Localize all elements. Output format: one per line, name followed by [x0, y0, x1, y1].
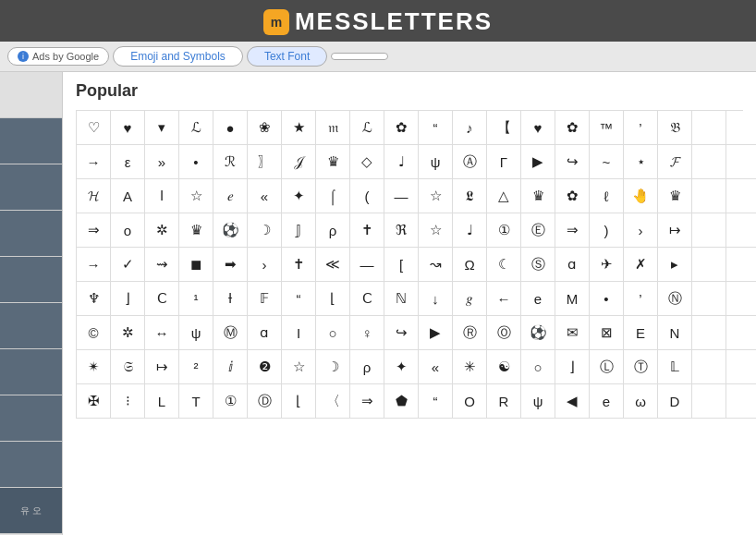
tab-emoji-symbols[interactable]: Emoji and Symbols [113, 46, 243, 67]
symbol-cell[interactable]: ℜ [384, 213, 419, 248]
symbol-cell[interactable]: Ⓛ [590, 350, 624, 384]
symbol-cell[interactable]: • [179, 145, 213, 179]
symbol-cell[interactable]: ✴ [77, 350, 111, 384]
symbol-cell[interactable]: Ⓡ [453, 316, 487, 350]
symbol-cell[interactable]: ⌋ [111, 282, 145, 316]
symbol-cell[interactable]: ✝ [282, 248, 316, 282]
symbol-cell[interactable]: ⌋ [555, 350, 590, 384]
symbol-cell[interactable]: 𝔖 [111, 350, 145, 384]
symbol-cell[interactable]: ✿ [555, 111, 590, 145]
symbol-cell[interactable]: ~ [590, 145, 624, 179]
symbol-cell[interactable]: ε [111, 145, 145, 179]
symbol-cell[interactable]: ℛ [213, 145, 248, 179]
symbol-cell[interactable]: ❷ [248, 350, 282, 384]
symbol-cell[interactable]: ⚽ [521, 316, 555, 350]
symbol-cell[interactable]: ⊠ [590, 316, 624, 350]
symbol-cell[interactable]: © [77, 316, 111, 350]
symbol-cell[interactable]: ♪ [453, 111, 487, 145]
symbol-cell[interactable]: ① [213, 384, 248, 419]
symbol-cell[interactable]: ℓ [590, 179, 624, 213]
symbol-cell[interactable]: ’ [624, 282, 658, 316]
symbol-cell[interactable]: ψ [419, 145, 453, 179]
symbol-cell[interactable]: N [658, 316, 692, 350]
symbol-cell[interactable]: “ [419, 384, 453, 419]
sidebar-item-7[interactable] [0, 349, 62, 395]
symbol-cell[interactable]: e [590, 384, 624, 419]
symbol-cell[interactable]: ☽ [248, 213, 282, 248]
symbol-cell[interactable]: Ⓔ [521, 213, 555, 248]
symbol-cell[interactable]: Ⓢ [521, 248, 555, 282]
symbol-cell[interactable]: ) [590, 213, 624, 248]
symbol-cell[interactable]: ↓ [419, 282, 453, 316]
symbol-cell[interactable]: I [282, 316, 316, 350]
symbol-cell[interactable]: ⌠ [316, 179, 350, 213]
symbol-cell[interactable]: 【 [487, 111, 521, 145]
symbol-cell[interactable]: ➡ [213, 248, 248, 282]
symbol-cell[interactable]: — [350, 248, 384, 282]
symbol-cell[interactable]: • [590, 282, 624, 316]
symbol-cell[interactable]: 𝕁 [282, 213, 316, 248]
symbol-cell[interactable]: ⋆ [624, 145, 658, 179]
symbol-cell[interactable]: Ⓝ [658, 282, 692, 316]
symbol-cell[interactable]: ✦ [282, 179, 316, 213]
symbol-cell[interactable]: ℕ [384, 282, 419, 316]
tab-blank[interactable] [331, 53, 388, 60]
symbol-cell[interactable]: ɑ [248, 316, 282, 350]
symbol-cell[interactable]: ↪ [384, 316, 419, 350]
symbol-cell[interactable]: ✠ [77, 384, 111, 419]
symbol-cell[interactable]: ⇒ [555, 213, 590, 248]
symbol-cell[interactable]: ♥ [111, 111, 145, 145]
tab-text-font[interactable]: Text Font [247, 46, 327, 67]
symbol-cell[interactable]: ɑ [555, 248, 590, 282]
symbol-cell[interactable]: ← [487, 282, 521, 316]
symbol-cell[interactable]: ☯ [487, 350, 521, 384]
symbol-cell[interactable]: o [111, 213, 145, 248]
symbol-cell[interactable]: Ⓓ [248, 384, 282, 419]
symbol-cell[interactable]: ❀ [248, 111, 282, 145]
symbol-cell[interactable]: Ⅽ [350, 282, 384, 316]
symbol-cell[interactable]: ✳ [453, 350, 487, 384]
symbol-cell[interactable]: ⚽ [213, 213, 248, 248]
symbol-cell[interactable]: ① [487, 213, 521, 248]
symbol-cell[interactable]: ♀ [350, 316, 384, 350]
symbol-cell[interactable]: ✲ [145, 213, 179, 248]
symbol-cell[interactable]: E [624, 316, 658, 350]
symbol-cell[interactable]: 𝓗 [77, 179, 111, 213]
symbol-cell[interactable]: Γ [487, 145, 521, 179]
symbol-cell[interactable]: △ [487, 179, 521, 213]
symbol-cell[interactable]: ✈ [590, 248, 624, 282]
symbol-cell[interactable]: ✿ [384, 111, 419, 145]
symbol-cell[interactable]: Ω [453, 248, 487, 282]
symbol-cell[interactable]: 𝔽 [248, 282, 282, 316]
symbol-cell[interactable]: ◀ [555, 384, 590, 419]
symbol-cell[interactable]: ✉ [555, 316, 590, 350]
symbol-cell[interactable]: e [521, 282, 555, 316]
symbol-cell[interactable]: ✦ [384, 350, 419, 384]
sidebar-item-1[interactable] [0, 72, 62, 118]
symbol-cell[interactable]: 𝕷 [453, 179, 487, 213]
symbol-cell[interactable]: ’ [624, 111, 658, 145]
symbol-cell[interactable]: ✲ [111, 316, 145, 350]
symbol-cell[interactable]: ™ [590, 111, 624, 145]
symbol-cell[interactable]: ω [624, 384, 658, 419]
symbol-cell[interactable]: ρ [316, 213, 350, 248]
symbol-cell[interactable]: « [419, 350, 453, 384]
symbol-cell[interactable]: ¹ [179, 282, 213, 316]
symbol-cell[interactable]: ▾ [145, 111, 179, 145]
symbol-cell[interactable]: T [179, 384, 213, 419]
sidebar-item-2[interactable] [0, 118, 62, 164]
symbol-cell[interactable]: ⅼ [145, 179, 179, 213]
symbol-cell[interactable]: ⬟ [384, 384, 419, 419]
symbol-cell[interactable]: ☆ [419, 179, 453, 213]
symbol-cell[interactable]: ✿ [555, 179, 590, 213]
symbol-cell[interactable]: ♥ [521, 111, 555, 145]
symbol-cell[interactable]: Ⅽ [145, 282, 179, 316]
symbol-cell[interactable]: ▸ [658, 248, 692, 282]
sidebar-item-8[interactable] [0, 395, 62, 442]
symbol-cell[interactable]: ♛ [316, 145, 350, 179]
symbol-cell[interactable]: ▶ [419, 316, 453, 350]
symbol-cell[interactable]: ⅈ [213, 350, 248, 384]
symbol-cell[interactable]: ≪ [316, 248, 350, 282]
symbol-cell[interactable]: ♛ [658, 179, 692, 213]
symbol-cell[interactable]: ( [350, 179, 384, 213]
